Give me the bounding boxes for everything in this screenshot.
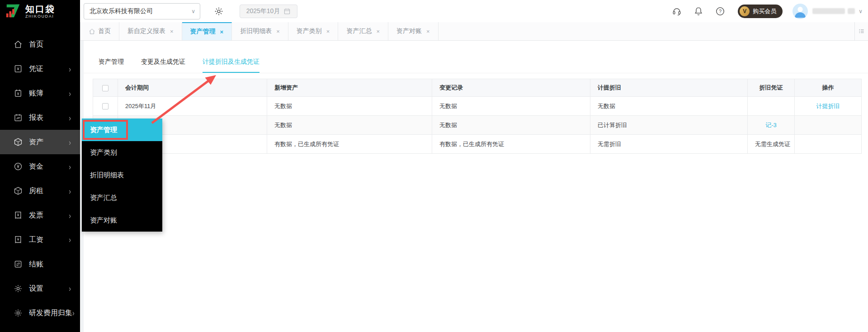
chevron-right-icon: ›	[72, 308, 75, 318]
gear-icon[interactable]	[214, 6, 224, 16]
cell-change-records: 有数据，已生成所有凭证	[432, 135, 590, 154]
brand-logo-icon	[5, 2, 22, 21]
chevron-right-icon: ›	[69, 186, 71, 196]
close-icon[interactable]	[426, 28, 430, 35]
subtab-bar: 资产管理 变更及生成凭证 计提折旧及生成凭证	[99, 58, 259, 73]
cell-change-records: 无数据	[432, 97, 590, 116]
subtab-change-voucher[interactable]: 变更及生成凭证	[141, 58, 185, 73]
submenu-item-asset-summary[interactable]: 资产汇总	[82, 186, 162, 209]
brand-logo[interactable]: 知口袋 ZHIKOUDAI	[0, 0, 80, 22]
app-window: 知口袋 ZHIKOUDAI 首页 凭证 › 账簿 › 报表 ›	[0, 0, 868, 332]
submenu-item-asset-category[interactable]: 资产类别	[82, 141, 162, 164]
close-icon[interactable]	[376, 28, 380, 35]
chevron-right-icon: ›	[69, 64, 71, 74]
help-icon[interactable]	[715, 6, 725, 16]
close-icon[interactable]	[220, 28, 224, 35]
buy-vip-button[interactable]: V 购买会员	[738, 5, 783, 18]
home-icon	[89, 28, 95, 35]
voucher-link[interactable]: 记-3	[765, 122, 777, 128]
calendar-icon	[283, 8, 291, 15]
cell-voucher	[748, 97, 795, 116]
asset-submenu-popup: 资产管理 资产类别 折旧明细表 资产汇总 资产对账	[82, 119, 162, 232]
headset-icon[interactable]	[672, 6, 682, 16]
submenu-item-asset-reconciliation[interactable]: 资产对账	[82, 209, 162, 232]
sidebar-item-settings[interactable]: 设置 ›	[0, 276, 80, 301]
tab-custom-report[interactable]: 新自定义报表	[119, 22, 182, 40]
close-icon[interactable]	[276, 28, 280, 35]
close-icon[interactable]	[170, 28, 174, 35]
ledger-icon	[14, 89, 23, 98]
tab-asset-management[interactable]: 资产管理	[182, 22, 232, 40]
table-header-row: 会计期间 新增资产 变更记录 计提折旧 折旧凭证 操作	[93, 79, 862, 97]
cell-new-assets: 无数据	[267, 116, 432, 135]
asset-cube-icon	[14, 138, 23, 147]
sidebar-menu: 首页 凭证 › 账簿 › 报表 › 资产 ›	[0, 22, 80, 325]
tab-list-icon	[858, 28, 865, 35]
brand-title: 知口袋	[25, 4, 55, 14]
cell-depreciation: 无需折旧	[590, 135, 748, 154]
settings-gear-icon	[14, 284, 23, 293]
sidebar-item-home[interactable]: 首页	[0, 32, 80, 57]
sidebar-item-ledger[interactable]: 账簿 ›	[0, 81, 80, 105]
cell-change-records: 无数据	[432, 116, 590, 135]
col-new-assets: 新增资产	[267, 79, 432, 97]
sidebar-item-closing[interactable]: 结账	[0, 252, 80, 276]
sidebar: 知口袋 ZHIKOUDAI 首页 凭证 › 账簿 › 报表 ›	[0, 0, 80, 332]
report-icon	[14, 113, 23, 122]
sidebar-item-funds[interactable]: 资金 ›	[0, 154, 80, 179]
subtab-asset-management[interactable]: 资产管理	[99, 58, 124, 73]
chevron-down-icon[interactable]: ∨	[859, 8, 863, 14]
select-all-checkbox[interactable]	[102, 85, 108, 91]
person-icon	[793, 4, 808, 19]
tab-asset-summary[interactable]: 资产汇总	[338, 22, 388, 40]
table-row: 有数据，已生成所有凭证 有数据，已生成所有凭证 无需折旧 无需生成凭证	[93, 135, 862, 154]
period-picker[interactable]: 2025年10月	[240, 5, 297, 18]
chevron-right-icon: ›	[69, 284, 71, 294]
col-period: 会计期间	[118, 79, 267, 97]
chevron-right-icon: ›	[69, 162, 71, 171]
cell-voucher: 无需生成凭证	[748, 135, 795, 154]
sidebar-item-rd-expense[interactable]: 研发费用归集 ›	[0, 301, 80, 325]
subtab-divider	[84, 73, 868, 73]
close-icon[interactable]	[326, 28, 330, 35]
table-row: 无数据 无数据 已计算折旧 记-3	[93, 116, 862, 135]
chevron-right-icon: ›	[69, 138, 71, 147]
submenu-item-asset-management[interactable]: 资产管理	[82, 119, 162, 141]
sidebar-item-rent[interactable]: 房租 ›	[0, 179, 80, 203]
accrue-depreciation-link[interactable]: 计提折旧	[816, 103, 840, 109]
sidebar-item-salary[interactable]: 工资 ›	[0, 228, 80, 252]
sidebar-item-invoice[interactable]: 发票 ›	[0, 203, 80, 228]
subtab-depreciation-voucher[interactable]: 计提折旧及生成凭证	[203, 58, 259, 73]
chevron-right-icon: ›	[69, 235, 71, 245]
sidebar-item-assets[interactable]: 资产 ›	[0, 130, 80, 154]
tab-bar: 首页 新自定义报表 资产管理 折旧明细表 资产类别 资产汇总 资产对账	[80, 22, 868, 41]
col-actions: 操作	[795, 79, 862, 97]
avatar[interactable]	[793, 4, 808, 19]
closing-icon	[14, 260, 23, 269]
chevron-down-icon: ∨	[191, 8, 195, 14]
salary-icon	[14, 235, 23, 244]
cell-action	[795, 135, 862, 154]
cell-action	[795, 116, 862, 135]
sidebar-item-voucher[interactable]: 凭证 ›	[0, 57, 80, 81]
bell-icon[interactable]	[693, 6, 703, 16]
tab-depreciation-detail[interactable]: 折旧明细表	[232, 22, 288, 40]
table-row: 2025年11月 无数据 无数据 无数据 计提折旧	[93, 97, 862, 116]
company-select[interactable]: 北京欢乐科技有限公司 ∨	[84, 3, 200, 19]
invoice-icon	[14, 211, 23, 220]
sidebar-item-reports[interactable]: 报表 ›	[0, 105, 80, 130]
chevron-right-icon: ›	[69, 89, 71, 98]
row-checkbox[interactable]	[102, 103, 108, 109]
cell-period: 2025年11月	[118, 97, 267, 116]
voucher-icon	[14, 64, 23, 73]
tab-list-button[interactable]	[854, 22, 868, 40]
submenu-item-depreciation-detail[interactable]: 折旧明细表	[82, 164, 162, 186]
col-change-records: 变更记录	[432, 79, 590, 97]
depreciation-table: 会计期间 新增资产 变更记录 计提折旧 折旧凭证 操作 2025年11月 无数据…	[93, 79, 862, 154]
topbar: 北京欢乐科技有限公司 ∨ 2025年10月 V 购买会员 ∨	[80, 0, 868, 22]
tab-asset-category[interactable]: 资产类别	[288, 22, 339, 40]
chevron-right-icon: ›	[69, 113, 71, 123]
tab-home[interactable]: 首页	[80, 22, 119, 40]
tab-asset-reconciliation[interactable]: 资产对账	[388, 22, 439, 40]
main-content: 资产管理 变更及生成凭证 计提折旧及生成凭证 会计期间 新增资产 变更记录 计提…	[84, 41, 868, 332]
